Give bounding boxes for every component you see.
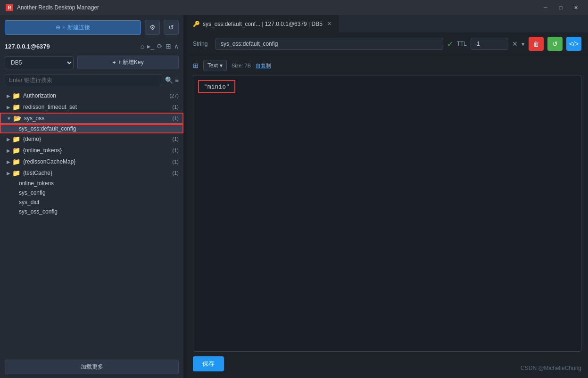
item-label: {demo} (23, 136, 169, 142)
chevron-right-icon[interactable]: ▶ (7, 171, 10, 176)
value-display: "minio" (198, 80, 235, 93)
dropdown-icon: ▾ (220, 62, 223, 69)
server-icon-group: ⌂ ▸_ ⟳ ⊞ ∧ (141, 42, 179, 50)
load-more-button[interactable]: 加载更多 (5, 360, 179, 374)
plus-icon: + (113, 59, 116, 66)
item-count: (1) (173, 136, 179, 142)
right-panel: 🔑 sys_oss:default_conf... | 127.0.0.1@63… (186, 15, 588, 378)
add-key-button[interactable]: + + 新增Key (77, 56, 179, 69)
chevron-right-icon[interactable]: ▶ (7, 105, 10, 110)
refresh-connections-button[interactable]: ↺ (164, 20, 179, 35)
item-count: (1) (173, 170, 179, 176)
key-icon: 🔑 (193, 21, 200, 27)
code-view-button[interactable]: </> (566, 37, 581, 51)
copy-button[interactable]: 自复制 (256, 62, 271, 69)
item-count: (1) (173, 148, 179, 153)
close-button[interactable]: ✕ (569, 3, 582, 12)
sidebar: ⊕ + 新建连接 ⚙ ↺ 127.0.0.1@6379 ⌂ ▸_ ⟳ ⊞ ∧ (0, 15, 184, 378)
search-icon[interactable]: 🔍 (165, 76, 173, 84)
key-label: sys_config (19, 189, 46, 196)
window-controls: ─ □ ✕ (539, 3, 582, 12)
key-label: sys_dict (19, 199, 39, 205)
value-content-area: "minio" (193, 75, 581, 352)
app-title: Another Redis Desktop Manager (17, 4, 99, 11)
titlebar: R Another Redis Desktop Manager ─ □ ✕ (0, 0, 588, 15)
key-label: sys_oss_config (19, 208, 58, 215)
chevron-down-icon[interactable]: ▼ (7, 116, 11, 121)
item-label: {redissonCacheMap} (23, 158, 169, 165)
chevron-right-icon[interactable]: ▶ (7, 148, 10, 153)
sys-oss-folder[interactable]: ▼ 📂 sys_oss (1) (0, 113, 183, 124)
item-label: {testCache} (23, 170, 169, 176)
trash-icon: 🗑 (533, 40, 539, 48)
item-label: sys_oss (24, 115, 169, 122)
folder-open-icon: 📂 (13, 115, 21, 122)
code-icon: </> (569, 40, 579, 48)
save-refresh-button[interactable]: ↺ (547, 37, 563, 51)
db-selector[interactable]: DB5 (5, 56, 74, 69)
gear-icon: ⚙ (149, 24, 156, 31)
maximize-button[interactable]: □ (554, 3, 567, 12)
editor-tab[interactable]: 🔑 sys_oss:default_conf... | 127.0.0.1@63… (186, 15, 339, 33)
db-row: DB5 + + 新增Key (0, 53, 183, 72)
tab-label: sys_oss:default_conf... | 127.0.0.1@6379… (203, 21, 323, 27)
delete-button[interactable]: 🗑 (529, 37, 544, 51)
folder-icon: 📁 (12, 169, 20, 177)
size-info: Size: 7B (232, 63, 251, 68)
table-icon: ⊞ (193, 62, 199, 69)
search-input[interactable] (5, 74, 162, 86)
list-item[interactable]: ▶ 📁 {online_tokens} (1) (0, 145, 183, 156)
key-input[interactable] (215, 38, 443, 50)
confirm-icon[interactable]: ✓ (447, 40, 453, 49)
item-label: Authorization (23, 92, 166, 99)
filter-icon[interactable]: ≡ (175, 76, 179, 84)
search-row: 🔍 ≡ (0, 72, 183, 88)
list-item[interactable]: ▶ 📁 {testCache} (1) (0, 167, 183, 179)
item-count: (1) (173, 104, 179, 110)
type-label: String (193, 41, 212, 47)
refresh-icon: ↺ (168, 24, 174, 31)
plus-icon: ⊕ (56, 24, 60, 31)
collapse-icon[interactable]: ∧ (174, 42, 179, 50)
ttl-input[interactable] (471, 38, 508, 50)
key-label: sys_oss:default_config (19, 125, 76, 132)
item-label: {online_tokens} (23, 147, 169, 154)
chevron-right-icon[interactable]: ▶ (7, 93, 10, 99)
tab-bar: 🔑 sys_oss:default_conf... | 127.0.0.1@63… (186, 15, 588, 33)
sys-oss-default-config-key[interactable]: sys_oss:default_config (0, 124, 183, 133)
item-label: redisson_timeout_set (23, 104, 169, 110)
ttl-dropdown-icon[interactable]: ▾ (522, 41, 525, 48)
sync-icon[interactable]: ⟳ (157, 42, 163, 50)
list-item[interactable]: ▶ 📁 redisson_timeout_set (1) (0, 101, 183, 113)
key-toolbar: String ✓ TTL ✕ ▾ 🗑 ↺ </> (186, 33, 588, 55)
app-icon: R (6, 4, 13, 11)
online-tokens-key[interactable]: online_tokens (0, 179, 183, 188)
settings-button[interactable]: ⚙ (145, 20, 160, 35)
main-layout: ⊕ + 新建连接 ⚙ ↺ 127.0.0.1@6379 ⌂ ▸_ ⟳ ⊞ ∧ (0, 15, 588, 378)
format-selector[interactable]: Text ▾ (203, 60, 227, 71)
ttl-clear-icon[interactable]: ✕ (512, 40, 518, 48)
key-label: online_tokens (19, 180, 54, 187)
save-button[interactable]: 保存 (193, 356, 224, 371)
home-icon[interactable]: ⌂ (141, 42, 144, 50)
list-item[interactable]: ▶ 📁 {redissonCacheMap} (1) (0, 156, 183, 167)
sys-config-key[interactable]: sys_config (0, 188, 183, 197)
list-item[interactable]: ▶ 📁 Authorization (27) (0, 90, 183, 101)
chevron-right-icon[interactable]: ▶ (7, 159, 10, 164)
server-section: 127.0.0.1@6379 ⌂ ▸_ ⟳ ⊞ ∧ (0, 40, 183, 53)
item-count: (1) (173, 159, 179, 164)
folder-icon: 📁 (12, 103, 20, 111)
terminal-icon[interactable]: ▸_ (147, 42, 154, 50)
sidebar-top: ⊕ + 新建连接 ⚙ ↺ (0, 15, 183, 40)
sys-dict-key[interactable]: sys_dict (0, 197, 183, 207)
tab-close-button[interactable]: ✕ (327, 21, 331, 27)
folder-icon: 📁 (12, 135, 20, 143)
list-item[interactable]: ▶ 📁 {demo} (1) (0, 133, 183, 145)
minimize-button[interactable]: ─ (539, 3, 552, 12)
chevron-right-icon[interactable]: ▶ (7, 137, 10, 142)
new-connection-button[interactable]: ⊕ + 新建连接 (5, 20, 141, 35)
folder-icon: 📁 (12, 147, 20, 154)
value-section: ⊞ Text ▾ Size: 7B 自复制 "minio" 保存 (186, 55, 588, 378)
sys-oss-config-key[interactable]: sys_oss_config (0, 207, 183, 216)
grid-icon[interactable]: ⊞ (166, 42, 171, 50)
